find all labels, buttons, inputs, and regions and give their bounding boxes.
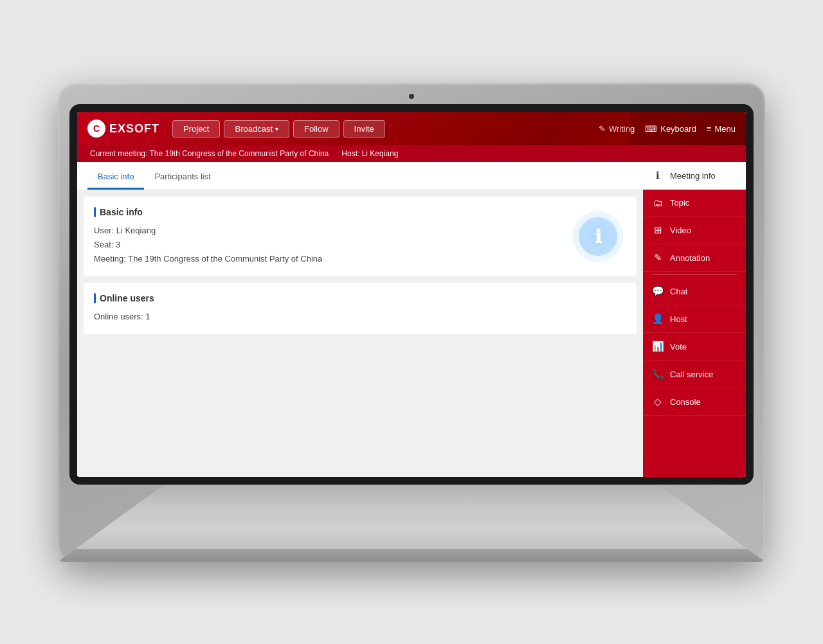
basic-info-title: Basic info <box>100 207 143 217</box>
sidebar-item-vote[interactable]: 📊 Vote <box>643 333 746 361</box>
basic-info-panel: Basic info User: Li Keqiang Seat: 3 Meet… <box>84 197 637 276</box>
host-label: Host: Li Keqiang <box>341 149 398 158</box>
info-icon: ℹ <box>652 170 664 181</box>
sidebar-item-call-service[interactable]: 📞 Call service <box>643 361 746 388</box>
tablet-device: C EXSOFT Project Broadcast ▾ Follow <box>58 82 765 562</box>
sidebar-item-console[interactable]: ◇ Console <box>643 388 746 416</box>
invite-button[interactable]: Invite <box>343 120 385 138</box>
header-bar: C EXSOFT Project Broadcast ▾ Follow <box>77 112 746 145</box>
sidebar-item-host[interactable]: 👤 Host <box>643 305 746 333</box>
console-icon: ◇ <box>652 396 664 407</box>
menu-icon: ≡ <box>707 124 712 134</box>
sidebar-item-video[interactable]: ⊞ Video <box>643 217 746 244</box>
menu-button[interactable]: ≡ Menu <box>707 124 736 134</box>
online-users-count: Online users: 1 <box>94 310 626 324</box>
camera <box>409 94 414 99</box>
online-users-header: Online users <box>94 293 626 303</box>
tablet-stand <box>58 485 765 562</box>
logo-icon: C <box>87 120 105 138</box>
blue-bar-indicator-2 <box>94 293 96 303</box>
blue-bar-indicator <box>94 207 96 217</box>
writing-button[interactable]: ✎ Writing <box>599 124 635 134</box>
right-sidebar: ℹ Meeting info 🗂 Topic ⊞ Video ✎ Annotat… <box>643 162 746 477</box>
online-users-title: Online users <box>100 293 154 303</box>
tab-basic-info[interactable]: Basic info <box>87 165 144 190</box>
info-icon-decoration: ℹ <box>572 211 624 262</box>
sidebar-item-annotation[interactable]: ✎ Annotation <box>643 244 746 272</box>
project-button[interactable]: Project <box>172 120 220 138</box>
chat-icon: 💬 <box>652 285 664 297</box>
logo-text: EXSOFT <box>109 122 159 136</box>
basic-info-content: User: Li Keqiang Seat: 3 Meeting: The 19… <box>94 224 626 266</box>
writing-icon: ✎ <box>599 124 606 134</box>
sidebar-item-chat[interactable]: 💬 Chat <box>643 278 746 305</box>
main-layout: Basic info Participants list Basic inf <box>77 162 746 477</box>
annotation-icon: ✎ <box>652 252 664 264</box>
content-panels: Basic info User: Li Keqiang Seat: 3 Meet… <box>77 190 643 477</box>
video-icon: ⊞ <box>652 224 664 236</box>
current-meeting-label: Current meeting: The 19th Congress of th… <box>90 149 329 158</box>
keyboard-button[interactable]: ⌨ Keyboard <box>645 124 696 134</box>
broadcast-dropdown-arrow: ▾ <box>275 125 278 132</box>
keyboard-icon: ⌨ <box>645 124 657 134</box>
header-right: ✎ Writing ⌨ Keyboard ≡ Menu <box>599 124 736 134</box>
basic-info-header: Basic info <box>94 207 626 217</box>
screen: C EXSOFT Project Broadcast ▾ Follow <box>77 112 746 477</box>
info-circle-icon: ℹ <box>579 217 617 256</box>
follow-button[interactable]: Follow <box>293 120 339 138</box>
logo-area: C EXSOFT <box>87 120 159 138</box>
sidebar-item-topic[interactable]: 🗂 Topic <box>643 190 746 217</box>
seat-field: Seat: 3 <box>94 238 626 252</box>
tabs-bar: Basic info Participants list <box>77 162 643 190</box>
meeting-field: Meeting: The 19th Congress of the Commun… <box>94 252 626 266</box>
call-icon: 📞 <box>652 368 664 380</box>
screen-bezel: C EXSOFT Project Broadcast ▾ Follow <box>69 104 754 485</box>
folder-icon: 🗂 <box>652 197 664 208</box>
sidebar-divider <box>652 274 737 275</box>
online-users-content: Online users: 1 <box>94 310 626 324</box>
broadcast-button[interactable]: Broadcast ▾ <box>224 120 289 138</box>
host-icon: 👤 <box>652 313 664 325</box>
sidebar-item-meeting-info[interactable]: ℹ Meeting info <box>643 162 746 190</box>
vote-icon: 📊 <box>652 341 664 352</box>
tab-participants-list[interactable]: Participants list <box>144 165 221 190</box>
user-field: User: Li Keqiang <box>94 224 626 238</box>
status-bar: Current meeting: The 19th Congress of th… <box>77 145 746 162</box>
nav-buttons: Project Broadcast ▾ Follow Invite <box>172 120 385 138</box>
online-users-panel: Online users Online users: 1 <box>84 283 637 334</box>
content-area: Basic info Participants list Basic inf <box>77 162 643 477</box>
